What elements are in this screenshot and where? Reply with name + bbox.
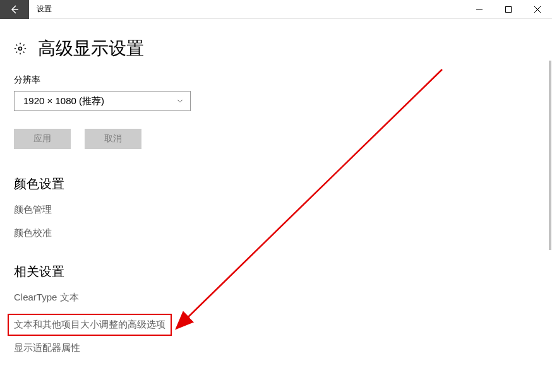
- button-row: 应用 取消: [14, 129, 538, 149]
- page-title: 高级显示设置: [38, 37, 144, 61]
- page-heading-row: 高级显示设置: [14, 37, 538, 61]
- maximize-button[interactable]: [494, 0, 523, 19]
- resolution-select[interactable]: 1920 × 1080 (推荐): [14, 91, 191, 111]
- cancel-button[interactable]: 取消: [85, 129, 141, 149]
- display-adapter-link[interactable]: 显示适配器属性: [14, 342, 538, 354]
- page-content: 高级显示设置 分辨率 1920 × 1080 (推荐) 应用 取消 颜色设置 颜…: [0, 19, 552, 392]
- app-title: 设置: [37, 4, 52, 15]
- color-settings-heading: 颜色设置: [14, 175, 538, 193]
- svg-rect-1: [506, 6, 512, 12]
- back-button[interactable]: [0, 0, 29, 19]
- minimize-button[interactable]: [465, 0, 494, 19]
- resolution-label: 分辨率: [14, 74, 538, 86]
- apply-button[interactable]: 应用: [14, 129, 71, 149]
- color-management-link[interactable]: 颜色管理: [14, 204, 538, 216]
- related-settings-heading: 相关设置: [14, 263, 538, 280]
- cleartype-link[interactable]: ClearType 文本: [14, 292, 538, 304]
- color-calibration-link[interactable]: 颜色校准: [14, 227, 538, 239]
- close-icon: [534, 6, 541, 13]
- scrollbar-thumb[interactable]: [549, 61, 551, 250]
- gear-icon: [14, 42, 27, 55]
- chevron-down-icon: [176, 97, 184, 105]
- window-controls: [465, 0, 552, 19]
- scrollbar[interactable]: [548, 19, 552, 390]
- text-sizing-link[interactable]: 文本和其他项目大小调整的高级选项: [14, 319, 165, 331]
- back-arrow-icon: [9, 4, 20, 15]
- close-button[interactable]: [523, 0, 552, 19]
- maximize-icon: [505, 6, 512, 13]
- minimize-icon: [476, 6, 483, 13]
- resolution-selected-value: 1920 × 1080 (推荐): [23, 95, 104, 107]
- svg-point-4: [19, 47, 22, 50]
- highlight-annotation: 文本和其他项目大小调整的高级选项: [8, 314, 172, 336]
- titlebar: 设置: [0, 0, 552, 19]
